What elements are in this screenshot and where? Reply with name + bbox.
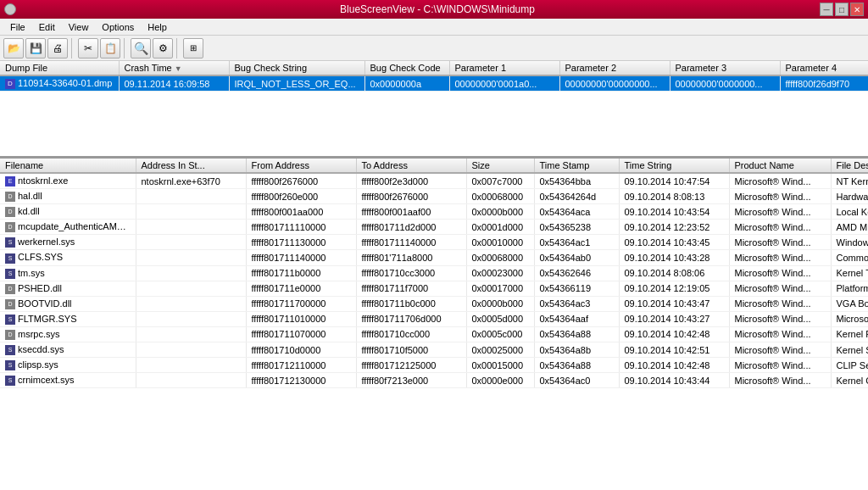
module-cell: 09.10.2014 10:43:47	[619, 296, 729, 311]
module-cell: 0x00025000	[466, 342, 534, 358]
col-file-description[interactable]: File Description	[831, 159, 868, 173]
toolbar-new-btn[interactable]: 📂	[3, 38, 24, 58]
file-type-icon: D	[5, 207, 15, 217]
dump-file-icon: D	[5, 79, 15, 89]
module-cell: fffff800f2676000	[356, 189, 466, 204]
module-cell: Kernel Security Su...	[831, 342, 868, 358]
crash-cell: fffff800f26d9f70	[780, 75, 868, 92]
col-param2[interactable]: Parameter 2	[559, 61, 670, 75]
modules-table-container[interactable]: Filename Address In St... From Address T…	[0, 159, 868, 490]
module-table-row[interactable]: Swerkernel.sysfffff801711130000fffff8017…	[0, 235, 868, 250]
module-cell: 09.10.2014 10:43:28	[619, 250, 729, 265]
module-table-row[interactable]: Entoskrnl.exentoskrnl.exe+63f70fffff800f…	[0, 173, 868, 189]
toolbar-cut-btn[interactable]: ✂	[78, 38, 98, 58]
module-cell	[136, 250, 246, 265]
module-cell: 0x0005d000	[466, 311, 534, 326]
col-product-name[interactable]: Product Name	[729, 159, 831, 173]
module-cell: 0x00015000	[466, 358, 534, 373]
col-timestr[interactable]: Time String	[619, 159, 729, 173]
module-table-row[interactable]: Dmsrpc.sysfffff801711070000fffff801710cc…	[0, 326, 868, 342]
module-cell: 09.10.2014 10:43:27	[619, 311, 729, 326]
menu-options[interactable]: Options	[95, 19, 141, 36]
col-param3[interactable]: Parameter 3	[670, 61, 780, 75]
col-param1[interactable]: Parameter 1	[449, 61, 559, 75]
menu-file[interactable]: File	[3, 19, 32, 36]
file-type-icon: S	[5, 237, 15, 248]
toolbar-extra-btn[interactable]: ⊞	[183, 38, 203, 58]
module-cell: DBOOTVID.dll	[0, 296, 136, 311]
module-cell: Microsoft® Wind...	[729, 358, 831, 373]
module-cell: 0x54362646	[534, 265, 619, 281]
toolbar-save-btn[interactable]: 🖨	[47, 38, 68, 58]
module-table-row[interactable]: Sksecdd.sysfffff801710d0000fffff801710f5…	[0, 342, 868, 358]
menu-view[interactable]: View	[62, 19, 96, 36]
module-table-row[interactable]: Dhal.dllfffff800f260e000fffff800f2676000…	[0, 189, 868, 204]
minimize-button[interactable]: ─	[820, 3, 833, 16]
module-cell: 0x54366119	[534, 281, 619, 296]
module-table-row[interactable]: DBOOTVID.dllfffff801711700000fffff801711…	[0, 296, 868, 311]
col-dump-file[interactable]: Dump File	[0, 61, 119, 75]
file-type-icon: S	[5, 360, 15, 370]
maximize-button[interactable]: □	[835, 3, 849, 16]
module-cell: 0x54364ab0	[534, 250, 619, 265]
module-table-row[interactable]: Sclipsp.sysfffff801712110000fffff8017121…	[0, 358, 868, 373]
module-cell: AMD Microcode U...	[831, 220, 868, 235]
file-type-icon: S	[5, 376, 15, 386]
module-cell: Microsoft® Wind...	[729, 235, 831, 250]
sort-arrow: ▼	[175, 64, 182, 73]
toolbar-open-btn[interactable]: 💾	[25, 38, 46, 58]
crash-table-row[interactable]: D110914-33640-01.dmp09.11.2014 16:09:58I…	[0, 75, 868, 92]
module-cell: 0x0001d000	[466, 220, 534, 235]
module-cell: Microsoft® Wind...	[729, 342, 831, 358]
module-table-row[interactable]: SCLFS.SYSfffff801711140000fffff801'711a8…	[0, 250, 868, 265]
module-cell	[136, 373, 246, 388]
module-cell: 09.10.2014 12:23:52	[619, 220, 729, 235]
module-cell: Sksecdd.sys	[0, 342, 136, 358]
module-cell	[136, 265, 246, 281]
menu-edit[interactable]: Edit	[32, 19, 62, 36]
module-cell: Microsoft® Wind...	[729, 265, 831, 281]
module-cell: Microsoft® Wind...	[729, 250, 831, 265]
menu-help[interactable]: Help	[141, 19, 174, 36]
title-bar: BlueScreenView - C:\WINDOWS\Minidump ─ □…	[0, 0, 868, 19]
col-to-addr[interactable]: To Address	[356, 159, 466, 173]
module-table-row[interactable]: Stm.sysfffff801711b0000fffff801710cc3000…	[0, 265, 868, 281]
col-bug-check-string[interactable]: Bug Check String	[229, 61, 364, 75]
module-table-row[interactable]: Dmcupdate_AuthenticAMD.dllfffff801711110…	[0, 220, 868, 235]
module-cell	[136, 235, 246, 250]
col-crash-time[interactable]: Crash Time ▼	[119, 61, 229, 75]
col-addr-in-stack[interactable]: Address In St...	[136, 159, 246, 173]
toolbar: 📂 💾 🖨 ✂ 📋 🔍 ⚙ ⊞	[0, 36, 868, 61]
module-cell: fffff801'711a8000	[356, 250, 466, 265]
module-cell: 09.10.2014 10:43:44	[619, 373, 729, 388]
module-table-row[interactable]: Scrnimcext.sysfffff801712130000fffff80f7…	[0, 373, 868, 388]
col-from-addr[interactable]: From Address	[246, 159, 356, 173]
col-param4[interactable]: Parameter 4	[780, 61, 868, 75]
toolbar-search-btn[interactable]: 🔍	[131, 38, 151, 58]
module-cell: 09.10.2014 10:42:51	[619, 342, 729, 358]
module-cell: Microsoft® Wind...	[729, 220, 831, 235]
module-cell: 0x54364a88	[534, 326, 619, 342]
col-filename[interactable]: Filename	[0, 159, 136, 173]
col-bug-check-code[interactable]: Bug Check Code	[364, 61, 449, 75]
module-table-row[interactable]: DPSHED.dllfffff801711e0000fffff801711f70…	[0, 281, 868, 296]
toolbar-settings-btn[interactable]: ⚙	[153, 38, 173, 58]
module-cell: Kernel Transaction...	[831, 265, 868, 281]
main-content: Dump File Crash Time ▼ Bug Check String …	[0, 61, 868, 490]
module-cell: Microsoft® Wind...	[729, 173, 831, 189]
module-cell	[136, 311, 246, 326]
module-cell: fffff800f001aaf00	[356, 204, 466, 220]
module-table-row[interactable]: Dkd.dllfffff800f001aa000fffff800f001aaf0…	[0, 204, 868, 220]
module-cell: fffff801711130000	[246, 235, 356, 250]
module-cell: fffff801710cc000	[356, 326, 466, 342]
module-cell: Local Kernel Debu...	[831, 204, 868, 220]
col-timestamp[interactable]: Time Stamp	[534, 159, 619, 173]
module-cell: fffff801711140000	[246, 250, 356, 265]
crash-cell: D110914-33640-01.dmp	[0, 75, 119, 92]
module-table-row[interactable]: SFLTMGR.SYSfffff801711010000fffff8017117…	[0, 311, 868, 326]
crash-table-container[interactable]: Dump File Crash Time ▼ Bug Check String …	[0, 61, 868, 159]
col-size[interactable]: Size	[466, 159, 534, 173]
close-button[interactable]: ✕	[850, 3, 864, 16]
toolbar-copy-btn[interactable]: 📋	[100, 38, 120, 58]
crash-cell: IRQL_NOT_LESS_OR_EQ...	[229, 75, 364, 92]
